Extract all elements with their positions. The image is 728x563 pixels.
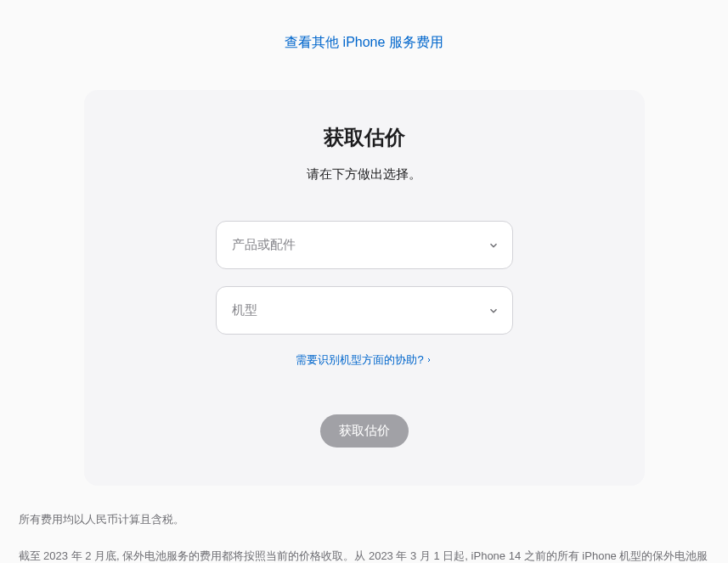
help-link-text: 需要识别机型方面的协助?	[296, 352, 423, 368]
card-subtitle: 请在下方做出选择。	[110, 166, 619, 183]
product-select[interactable]: 产品或配件	[216, 221, 513, 269]
get-estimate-button[interactable]: 获取估价	[320, 414, 409, 448]
identify-model-help-link[interactable]: 需要识别机型方面的协助?	[296, 352, 432, 368]
chevron-right-icon	[426, 357, 432, 363]
model-select[interactable]: 机型	[216, 286, 513, 335]
model-select-placeholder: 机型	[232, 302, 257, 318]
product-select-placeholder: 产品或配件	[232, 237, 296, 253]
footer-text: 所有费用均以人民币计算且含税。 截至 2023 年 2 月底, 保外电池服务的费…	[12, 510, 717, 563]
footer-price-notice: 截至 2023 年 2 月底, 保外电池服务的费用都将按照当前的价格收取。从 2…	[19, 546, 710, 563]
product-select-wrapper: 产品或配件	[216, 221, 513, 269]
estimate-button-wrapper: 获取估价	[110, 414, 619, 448]
footer-para-text: 截至 2023 年 2 月底, 保外电池服务的费用都将按照当前的价格收取。从 2…	[19, 549, 708, 563]
card-title: 获取估价	[110, 124, 619, 151]
footer-tax-note: 所有费用均以人民币计算且含税。	[19, 510, 710, 531]
estimate-card: 获取估价 请在下方做出选择。 产品或配件 机型 需要识别机型方面的协助?	[84, 90, 645, 486]
help-link-wrapper: 需要识别机型方面的协助?	[110, 352, 619, 368]
top-link-wrapper: 查看其他 iPhone 服务费用	[8, 34, 720, 52]
other-service-fees-link[interactable]: 查看其他 iPhone 服务费用	[285, 35, 443, 49]
model-select-wrapper: 机型	[216, 286, 513, 335]
